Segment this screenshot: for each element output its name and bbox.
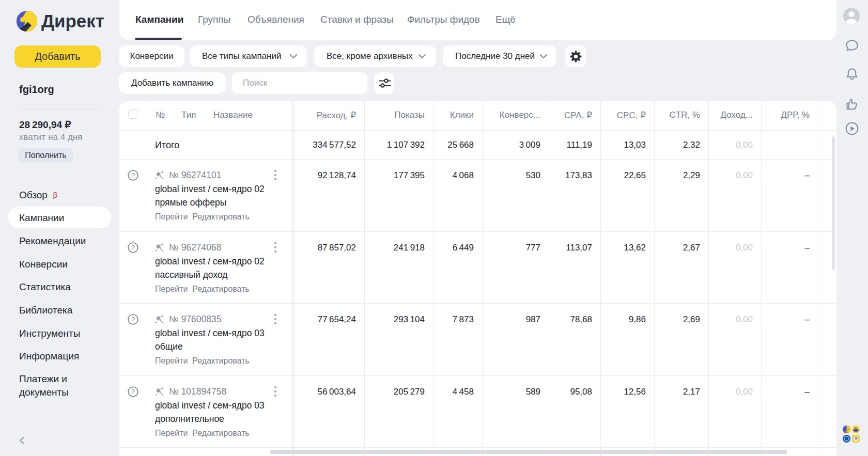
- svg-text:?: ?: [131, 388, 135, 396]
- svg-text:?: ?: [131, 172, 135, 179]
- svg-text:10: 10: [855, 437, 858, 440]
- svg-text:?: ?: [131, 316, 135, 323]
- svg-text:?: ?: [131, 244, 135, 251]
